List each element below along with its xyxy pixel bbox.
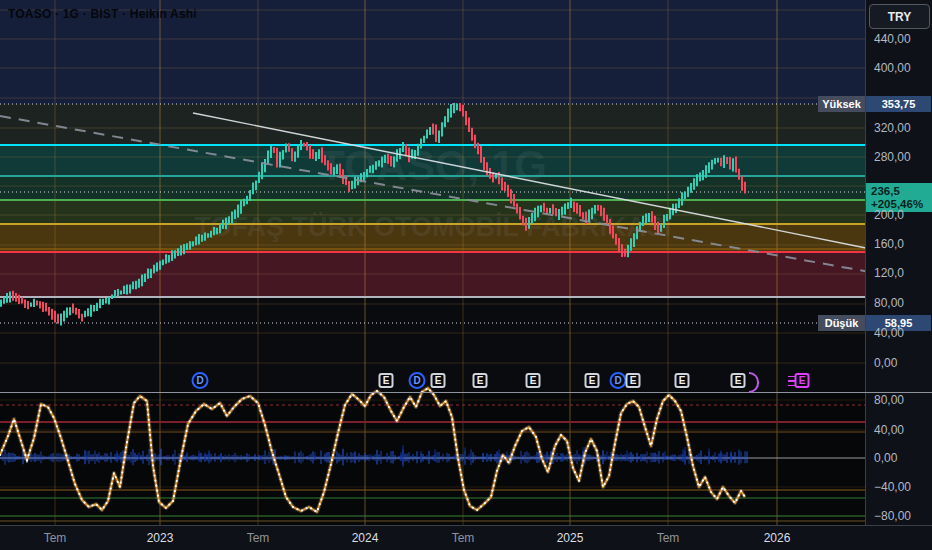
- earnings-badge[interactable]: E: [731, 373, 746, 388]
- pane-separator[interactable]: [0, 392, 932, 393]
- dividend-badge[interactable]: D: [409, 372, 426, 389]
- earnings-badge[interactable]: E: [526, 373, 541, 388]
- dividend-badge[interactable]: D: [610, 372, 627, 389]
- indicator-tick-label: −40,00: [874, 480, 911, 494]
- chart-canvas[interactable]: [0, 0, 932, 550]
- time-tick-label: Tem: [657, 531, 680, 545]
- high-marker-label: Yüksek: [818, 96, 865, 112]
- price-tick-label: 0,00: [874, 356, 897, 370]
- earnings-badge[interactable]: E: [626, 373, 641, 388]
- earnings-badge[interactable]: E: [675, 373, 690, 388]
- earnings-badge[interactable]: E: [379, 373, 394, 388]
- indicator-tick-label: 40,00: [874, 423, 904, 437]
- price-tick-label: 200,0: [874, 208, 904, 222]
- earnings-badge[interactable]: E: [795, 373, 810, 388]
- high-marker-value: 353,75: [866, 96, 931, 112]
- dividend-badge[interactable]: D: [192, 372, 209, 389]
- earnings-badge[interactable]: E: [585, 373, 600, 388]
- time-tick-label: Tem: [452, 531, 475, 545]
- price-tick-label: 400,00: [874, 61, 911, 75]
- time-tick-label: Tem: [44, 531, 67, 545]
- price-axis[interactable]: [866, 0, 932, 525]
- price-tick-label: 40,00: [874, 326, 904, 340]
- price-tick-label: 440,00: [874, 32, 911, 46]
- tradingview-chart-window: TOASO, 1G TOFAŞ TÜRK OTOMOBİL FABRİKASI …: [0, 0, 932, 550]
- estimate-lines-icon: [788, 376, 795, 387]
- time-axis-separator: [0, 525, 932, 526]
- last-price-value: 236,5: [871, 185, 932, 198]
- time-tick-label: 2025: [557, 531, 584, 545]
- indicator-tick-label: −80,00: [874, 509, 911, 523]
- time-tick-label: 2023: [147, 531, 174, 545]
- earnings-badge[interactable]: E: [431, 373, 446, 388]
- price-tick-label: 120,0: [874, 266, 904, 280]
- time-tick-label: Tem: [247, 531, 270, 545]
- currency-toggle-button[interactable]: TRY: [869, 4, 930, 29]
- price-tick-label: 320,00: [874, 121, 911, 135]
- indicator-tick-label: 80,00: [874, 393, 904, 407]
- indicator-tick-label: 0,00: [874, 451, 897, 465]
- time-tick-label: 2024: [352, 531, 379, 545]
- earnings-badge[interactable]: E: [473, 373, 488, 388]
- time-tick-label: 2026: [764, 531, 791, 545]
- price-tick-label: 80,00: [874, 296, 904, 310]
- low-marker-label: Düşük: [818, 315, 865, 331]
- price-tick-label: 160,0: [874, 237, 904, 251]
- price-tick-label: 280,00: [874, 150, 911, 164]
- price-axis-separator: [865, 0, 866, 525]
- symbol-legend[interactable]: TOASO · 1G · BIST · Heikin Ashi: [8, 7, 197, 21]
